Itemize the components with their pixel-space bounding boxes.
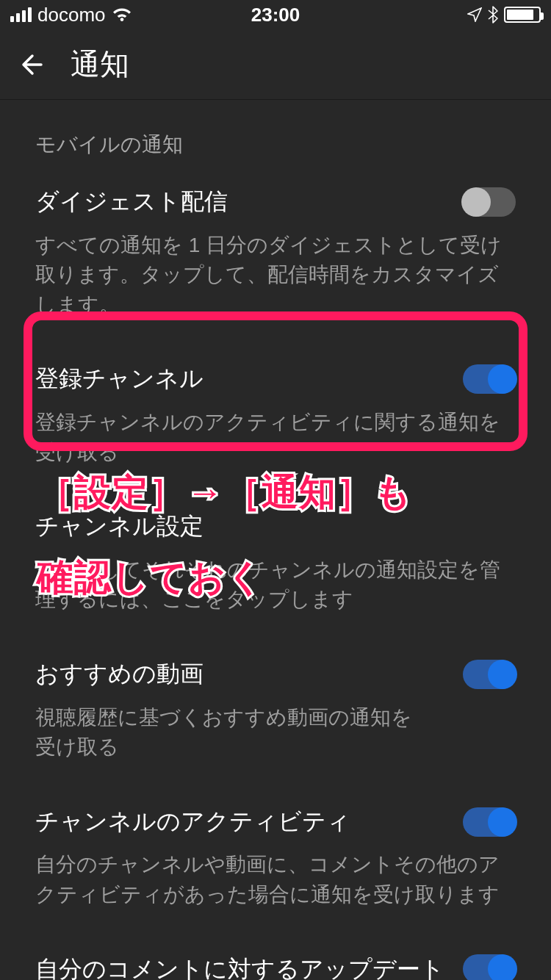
setting-desc: 自分のチャンネルや動画に、コメントその他のアクティビティがあった場合に通知を受け…: [35, 850, 516, 909]
setting-desc: 登録チャンネルのアクティビティに関する通知を受け取る: [35, 408, 516, 467]
toggle-channel-activity[interactable]: [463, 807, 516, 837]
toggle-subscriptions[interactable]: [463, 364, 516, 394]
battery-icon: [504, 7, 541, 23]
back-button[interactable]: [18, 50, 47, 79]
app-header: 通知: [0, 29, 551, 100]
setting-desc: 視聴履歴に基づくおすすめ動画の通知を 受け取る: [35, 703, 516, 763]
setting-comment-updates[interactable]: 自分のコメントに対するアップデート コメントに高評価が付いたとき、Pintere…: [0, 932, 551, 981]
toggle-recommended[interactable]: [463, 660, 516, 689]
setting-digest[interactable]: ダイジェスト配信 すべての通知を 1 日分のダイジェストとして受け取ります。タッ…: [0, 165, 551, 342]
toggle-comment-updates[interactable]: [463, 954, 516, 980]
signal-icon: [10, 7, 32, 22]
setting-title: チャンネル設定: [35, 511, 204, 542]
setting-desc: すべての通知を 1 日分のダイジェストとして受け取ります。タップして、配信時間を…: [35, 231, 516, 320]
clock: 23:00: [251, 4, 300, 26]
location-icon: [467, 7, 482, 22]
setting-title: ダイジェスト配信: [35, 187, 228, 217]
carrier-label: docomo: [37, 4, 106, 26]
setting-title: 自分のコメントに対するアップデート: [35, 954, 444, 981]
bluetooth-icon: [488, 6, 498, 24]
wifi-icon: [112, 7, 132, 23]
page-title: 通知: [71, 44, 129, 84]
setting-subscriptions[interactable]: 登録チャンネル 登録チャンネルのアクティビティに関する通知を受け取る: [0, 342, 551, 489]
setting-desc: タップしてそれぞれのチャンネルの通知設定を管理するには、ここをタップします: [35, 555, 516, 615]
status-left: docomo: [10, 4, 132, 26]
setting-channel-activity[interactable]: チャンネルのアクティビティ 自分のチャンネルや動画に、コメントその他のアクティビ…: [0, 785, 551, 932]
toggle-digest[interactable]: [463, 187, 516, 217]
setting-title: チャンネルのアクティビティ: [35, 807, 350, 837]
setting-channel-settings[interactable]: チャンネル設定 タップしてそれぞれのチャンネルの通知設定を管理するには、ここをタ…: [0, 489, 551, 637]
section-label: モバイルの通知: [0, 100, 551, 165]
setting-title: おすすめの動画: [35, 659, 204, 690]
setting-title: 登録チャンネル: [35, 364, 204, 394]
settings-list[interactable]: モバイルの通知 ダイジェスト配信 すべての通知を 1 日分のダイジェストとして受…: [0, 100, 551, 980]
status-bar: docomo 23:00: [0, 0, 551, 29]
status-right: [467, 6, 541, 24]
setting-recommended[interactable]: おすすめの動画 視聴履歴に基づくおすすめ動画の通知を 受け取る: [0, 637, 551, 785]
